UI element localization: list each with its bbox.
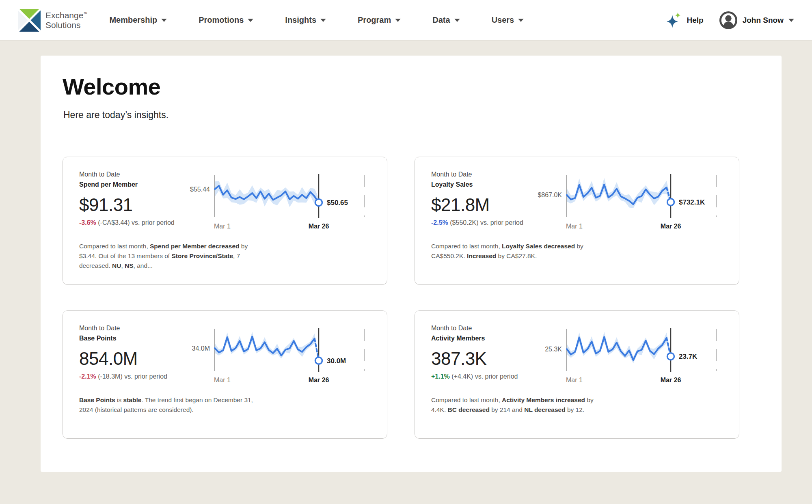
- brand-logo-text: Exchange™ Solutions: [45, 11, 87, 29]
- chevron-down-icon: [454, 19, 460, 22]
- welcome-panel: Welcome Here are today’s insights. Month…: [41, 56, 782, 472]
- sparkline-chart: $867.0K$732.1KMar 1Mar 26: [533, 173, 723, 231]
- nav-item-data[interactable]: Data: [432, 15, 460, 25]
- card-metric-name: Base Points: [79, 335, 181, 342]
- svg-text:Mar 26: Mar 26: [661, 377, 681, 383]
- user-avatar-icon: [719, 11, 738, 30]
- nav-right-cluster: Help John Snow: [666, 11, 794, 30]
- page-subtitle: Here are today’s insights.: [63, 110, 782, 121]
- nav-item-membership[interactable]: Membership: [109, 15, 167, 25]
- card-narrative: Compared to last month, Loyalty Sales de…: [431, 241, 606, 261]
- top-nav-bar: Exchange™ Solutions Membership Promotion…: [0, 0, 812, 41]
- sparkline-chart: 25.3K23.7KMar 1Mar 26: [533, 327, 723, 385]
- page-title: Welcome: [63, 74, 782, 100]
- chevron-down-icon: [161, 19, 167, 22]
- kpi-card-spend-per-member: Month to Date Spend per Member $91.31 -3…: [63, 157, 387, 285]
- svg-text:$55.44: $55.44: [190, 186, 210, 193]
- nav-item-promotions[interactable]: Promotions: [199, 15, 253, 25]
- card-metric-name: Loyalty Sales: [431, 181, 533, 188]
- kpi-card-loyalty-sales: Month to Date Loyalty Sales $21.8M -2.5%…: [415, 157, 739, 285]
- svg-text:Mar 1: Mar 1: [214, 223, 231, 230]
- svg-text:$867.0K: $867.0K: [538, 192, 562, 198]
- card-delta: -2.1% (-18.3M) vs. prior period: [79, 373, 181, 380]
- card-value: $91.31: [79, 195, 181, 215]
- card-metric-name: Spend per Member: [79, 181, 181, 188]
- svg-text:Mar 1: Mar 1: [214, 377, 231, 383]
- svg-text:34.0M: 34.0M: [192, 345, 210, 352]
- svg-text:30.0M: 30.0M: [327, 357, 346, 365]
- svg-text:$50.65: $50.65: [327, 199, 348, 207]
- card-narrative: Base Points is stable. The trend first b…: [79, 395, 254, 415]
- svg-text:Mar 26: Mar 26: [309, 223, 329, 230]
- delta-percent: -2.1%: [79, 373, 96, 380]
- delta-percent: +1.1%: [431, 373, 450, 380]
- brand-logo[interactable]: Exchange™ Solutions: [18, 9, 87, 32]
- user-menu[interactable]: John Snow: [719, 11, 794, 30]
- chevron-down-icon: [320, 19, 326, 22]
- nav-item-users[interactable]: Users: [492, 15, 524, 25]
- sparkline-chart: 34.0M30.0MMar 1Mar 26: [181, 327, 371, 385]
- card-value: 387.3K: [431, 349, 533, 369]
- card-delta: +1.1% (+4.4K) vs. prior period: [431, 373, 533, 380]
- kpi-card-activity-members: Month to Date Activity Members 387.3K +1…: [415, 310, 739, 439]
- svg-text:Mar 26: Mar 26: [309, 377, 329, 383]
- card-delta: -2.5% ($550.2K) vs. prior period: [431, 219, 533, 226]
- delta-percent: -3.6%: [79, 219, 96, 226]
- help-button[interactable]: Help: [666, 12, 703, 28]
- nav-item-insights[interactable]: Insights: [285, 15, 326, 25]
- main-menu: Membership Promotions Insights Program D…: [109, 15, 524, 25]
- svg-text:$732.1K: $732.1K: [679, 198, 705, 206]
- kpi-card-base-points: Month to Date Base Points 854.0M -2.1% (…: [63, 310, 387, 439]
- sparkline-chart: $55.44$50.65Mar 1Mar 26: [181, 173, 371, 231]
- card-period-label: Month to Date: [431, 325, 533, 332]
- nav-item-program[interactable]: Program: [358, 15, 401, 25]
- card-metric-name: Activity Members: [431, 335, 533, 342]
- card-value: 854.0M: [79, 349, 181, 369]
- chevron-down-icon: [788, 19, 794, 22]
- kpi-cards-grid: Month to Date Spend per Member $91.31 -3…: [63, 157, 782, 439]
- card-narrative: Compared to last month, Spend per Member…: [79, 241, 254, 271]
- card-delta: -3.6% (-CA$3.44) vs. prior period: [79, 219, 181, 226]
- card-value: $21.8M: [431, 195, 533, 215]
- exchange-solutions-logo-icon: [18, 9, 41, 32]
- card-period-label: Month to Date: [79, 171, 181, 178]
- chevron-down-icon: [518, 19, 524, 22]
- delta-percent: -2.5%: [431, 219, 448, 226]
- svg-text:25.3K: 25.3K: [545, 346, 562, 353]
- chevron-down-icon: [395, 19, 401, 22]
- svg-text:Mar 26: Mar 26: [661, 223, 681, 230]
- card-period-label: Month to Date: [79, 325, 181, 332]
- card-period-label: Month to Date: [431, 171, 533, 178]
- chevron-down-icon: [248, 19, 253, 22]
- sparkle-icon: [666, 12, 682, 28]
- svg-text:Mar 1: Mar 1: [566, 377, 583, 383]
- card-narrative: Compared to last month, Activity Members…: [431, 395, 606, 415]
- svg-text:23.7K: 23.7K: [679, 353, 698, 360]
- svg-text:Mar 1: Mar 1: [566, 223, 583, 230]
